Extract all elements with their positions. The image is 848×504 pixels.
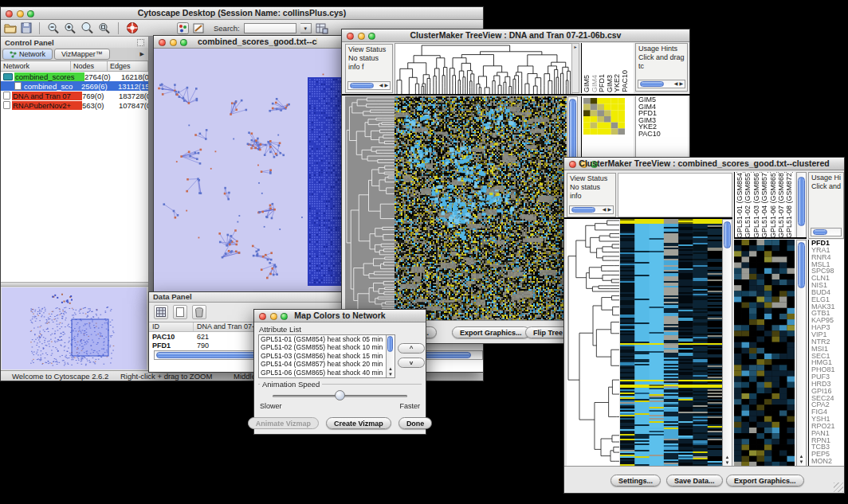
network-list-row[interactable]: combined_scores 2764(0) 16218(0) bbox=[1, 72, 148, 81]
scroll-left-icon[interactable]: ◀ bbox=[379, 81, 383, 90]
scrollbar-thumb[interactable] bbox=[571, 207, 595, 213]
attribute-item[interactable]: GPL51-02 (GSM855) heat shock 10 min bbox=[259, 343, 386, 351]
scrollbar-thumb[interactable] bbox=[724, 221, 731, 248]
main-titlebar[interactable]: Cytoscape Desktop (Session Name: collins… bbox=[1, 7, 483, 20]
array-dendrogram-canvas[interactable] bbox=[395, 43, 572, 95]
network-table-header: Network Nodes Edges bbox=[1, 61, 148, 72]
scroll-left-icon[interactable]: ◀ bbox=[674, 80, 678, 88]
network-overview-panel[interactable] bbox=[1, 287, 148, 370]
annotation-icon[interactable] bbox=[193, 22, 205, 34]
attribute-item[interactable]: GPL51-07 (GSM868) heat shock 60 min bbox=[259, 377, 386, 378]
treeview-combined-titlebar[interactable]: ClusterMaker TreeView : combined_scores_… bbox=[564, 158, 844, 170]
col-network[interactable]: Network bbox=[1, 61, 71, 71]
network-nodes-count: 769(0) bbox=[82, 92, 119, 100]
col-edges[interactable]: Edges bbox=[108, 61, 148, 71]
view-status-scrollbar[interactable]: ◀▶ bbox=[569, 205, 614, 214]
slider-thumb[interactable] bbox=[335, 390, 345, 400]
search-dropdown-button[interactable]: ▼ bbox=[300, 23, 312, 33]
scroll-down-icon[interactable]: ▼ bbox=[797, 459, 806, 464]
settings-button[interactable]: Settings... bbox=[610, 475, 661, 486]
scroll-down-icon[interactable]: ▼ bbox=[387, 372, 395, 377]
gene-name: PAC10 bbox=[638, 131, 688, 138]
search-input[interactable] bbox=[244, 23, 296, 33]
attribute-item[interactable]: GPL51-01 (GSM854) heat shock 05 min bbox=[259, 335, 386, 343]
zoom-out-icon[interactable] bbox=[47, 22, 60, 34]
network-nodes-count: 563(0) bbox=[82, 101, 119, 110]
heatmap-canvas[interactable] bbox=[620, 219, 722, 467]
similarity-matrix-canvas[interactable] bbox=[583, 98, 625, 135]
scrollbar-thumb[interactable] bbox=[813, 229, 827, 235]
array-dendrogram-area bbox=[618, 173, 732, 217]
zoom-in-icon[interactable] bbox=[64, 22, 77, 34]
col-nodes[interactable]: Nodes bbox=[71, 61, 108, 71]
scroll-down-icon[interactable]: ▼ bbox=[723, 460, 732, 465]
treeview-dna-titlebar[interactable]: ClusterMaker TreeView : DNA and Tran 07-… bbox=[342, 29, 689, 42]
network-list-row[interactable]: combined_sco 2569(6) 13112(15) bbox=[1, 81, 148, 91]
create-vizmap-button[interactable]: Create Vizmap bbox=[326, 417, 391, 429]
scroll-right-icon[interactable]: ▶ bbox=[607, 205, 611, 214]
tab-network[interactable]: Network bbox=[2, 49, 53, 60]
float-panel-icon[interactable] bbox=[137, 39, 144, 46]
heatmap-canvas[interactable] bbox=[395, 96, 567, 322]
vizmapper-icon[interactable] bbox=[177, 22, 189, 34]
tab-overflow-button[interactable]: ▶ bbox=[140, 51, 147, 57]
zoom-fit-icon[interactable] bbox=[80, 21, 94, 34]
heatmap-vscrollbar[interactable]: ▲ ▼ bbox=[722, 219, 732, 467]
attribute-item[interactable]: GPL51-04 (GSM857) heat shock 20 min bbox=[259, 360, 386, 368]
close-button[interactable] bbox=[159, 39, 166, 46]
gene-list-scrollbar[interactable]: ▲ ▼ bbox=[796, 240, 807, 467]
attribute-table-icon[interactable] bbox=[316, 22, 328, 34]
scrollbar-thumb[interactable] bbox=[387, 336, 393, 352]
scroll-right-icon[interactable]: ▶ bbox=[384, 81, 388, 90]
scrollbar-thumb[interactable] bbox=[640, 81, 664, 87]
gene-dendrogram-canvas[interactable] bbox=[345, 96, 395, 322]
animate-vizmap-button[interactable]: Animate Vizmap bbox=[248, 417, 319, 429]
attribute-items: GPL51-01 (GSM854) heat shock 05 minGPL51… bbox=[259, 335, 395, 378]
col-id[interactable]: ID bbox=[149, 322, 194, 331]
help-icon[interactable] bbox=[126, 21, 139, 34]
select-attributes-icon[interactable] bbox=[154, 305, 168, 319]
scroll-left-icon[interactable]: ◀ bbox=[603, 205, 607, 214]
map-colors-dialog: Map Colors to Network Attribute List GPL… bbox=[253, 309, 426, 435]
scrollbar-thumb[interactable] bbox=[798, 177, 805, 226]
network-name: combined_scores bbox=[14, 72, 84, 81]
scroll-up-icon[interactable]: ▲ bbox=[723, 455, 732, 459]
gene-dendrogram-canvas[interactable] bbox=[567, 219, 619, 467]
view-status-scrollbar[interactable]: ◀▶ bbox=[347, 81, 391, 90]
scrollbar-thumb[interactable] bbox=[350, 83, 374, 88]
dendro-splitter[interactable]: ▸ bbox=[571, 43, 579, 93]
scrollbar-thumb[interactable] bbox=[798, 242, 805, 288]
zoom-selected-icon[interactable] bbox=[98, 22, 111, 34]
delete-attribute-icon[interactable] bbox=[192, 305, 206, 319]
save-icon[interactable] bbox=[21, 22, 32, 33]
network-list-row[interactable]: DNA and Tran 07 769(0) 183728(0) bbox=[1, 91, 148, 100]
done-button[interactable]: Done bbox=[398, 417, 433, 429]
open-file-icon[interactable] bbox=[4, 22, 17, 33]
new-attribute-icon[interactable] bbox=[173, 305, 187, 319]
network-overview-canvas[interactable] bbox=[2, 287, 147, 369]
zoom-heatmap-canvas[interactable] bbox=[734, 240, 795, 467]
scroll-up-icon[interactable]: ▲ bbox=[387, 366, 395, 371]
export-graphics-button[interactable]: Export Graphics... bbox=[452, 326, 530, 338]
export-graphics-button[interactable]: Export Graphics... bbox=[726, 475, 804, 486]
tab-vizmapper[interactable]: VizMapper™ bbox=[54, 49, 110, 60]
array-labels-scrollbar[interactable] bbox=[796, 172, 807, 238]
resize-grip[interactable] bbox=[834, 483, 843, 492]
save-data-button[interactable]: Save Data... bbox=[666, 475, 723, 486]
scroll-right-icon[interactable]: ▶ bbox=[679, 80, 683, 88]
network-list-row[interactable]: RNAPuberNov2+ 563(0) 107847(0) bbox=[1, 100, 148, 110]
attribute-item[interactable]: GPL51-03 (GSM856) heat shock 15 min bbox=[259, 352, 386, 360]
speed-slider[interactable] bbox=[273, 395, 407, 397]
usage-hints-scrollbar[interactable]: ◀▶ bbox=[638, 80, 685, 88]
array-label: GPL51-01 (GSM854) bbox=[736, 172, 744, 238]
move-down-button[interactable]: v bbox=[398, 357, 425, 368]
move-up-button[interactable]: ^ bbox=[398, 343, 425, 354]
attribute-list-scrollbar[interactable]: ▲ ▼ bbox=[386, 335, 395, 377]
minimize-button[interactable] bbox=[170, 39, 177, 46]
scroll-up-icon[interactable]: ▲ bbox=[797, 454, 806, 459]
attribute-item[interactable]: GPL51-06 (GSM865) heat shock 40 min bbox=[259, 369, 386, 377]
map-colors-titlebar[interactable]: Map Colors to Network bbox=[254, 310, 426, 322]
zoom-button[interactable] bbox=[180, 39, 187, 46]
usage-hints-scrollbar[interactable] bbox=[811, 228, 842, 236]
scrollbar-thumb[interactable] bbox=[569, 99, 576, 161]
